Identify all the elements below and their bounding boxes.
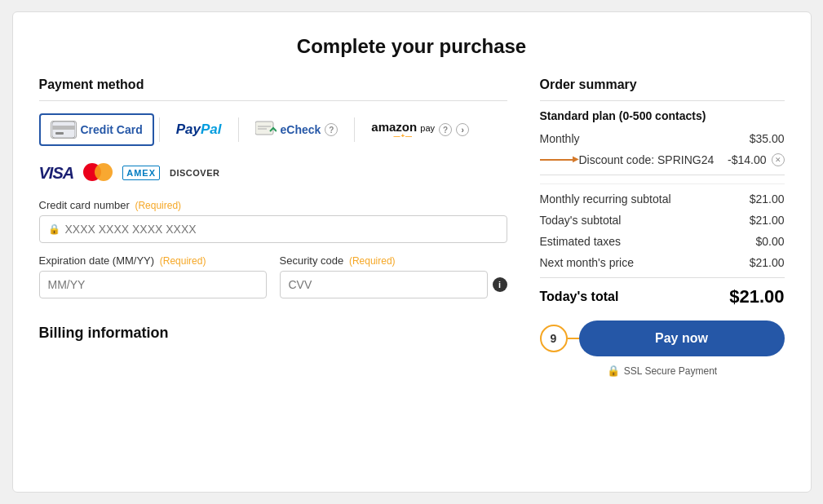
svg-rect-2 xyxy=(55,132,64,135)
svg-rect-1 xyxy=(52,126,75,130)
pm-separator-3 xyxy=(354,117,355,142)
card-number-label: Credit card number (Required) xyxy=(39,199,507,211)
page-title: Complete your purchase xyxy=(39,35,785,58)
ssl-lock-icon: 🔒 xyxy=(607,365,620,377)
discount-section: Discount code: SPRING24 -$14.00 ✕ xyxy=(540,153,785,166)
pm-separator-1 xyxy=(159,117,160,142)
order-divider-top xyxy=(540,100,785,101)
amazon-help-icon[interactable]: ? xyxy=(439,123,452,136)
todays-subtotal-row: Today's subtotal $21.00 xyxy=(540,214,785,227)
svg-rect-3 xyxy=(255,122,273,135)
discount-amount: -$14.00 xyxy=(728,153,766,166)
visa-logo: VISA xyxy=(39,164,74,183)
cvv-group: Security code (Required) i xyxy=(280,254,507,298)
todays-subtotal-label: Today's subtotal xyxy=(540,214,622,227)
arrow-indicator xyxy=(540,159,573,161)
expiry-label: Expiration date (MM/YY) (Required) xyxy=(39,254,267,267)
expiry-input-wrapper[interactable] xyxy=(39,271,267,298)
next-month-label: Next month's price xyxy=(540,256,635,269)
cvv-input[interactable] xyxy=(289,278,479,291)
estimated-taxes-row: Estimated taxes $0.00 xyxy=(540,235,785,248)
monthly-subtotal-section: Monthly recurring subtotal $21.00 Today'… xyxy=(540,183,785,269)
pm-paypal[interactable]: PayPal xyxy=(165,114,233,145)
paypal-label: PayPal xyxy=(176,122,222,138)
pm-credit-card[interactable]: Credit Card xyxy=(39,113,154,146)
remove-discount-button[interactable]: ✕ xyxy=(772,153,785,166)
discount-amount-group: -$14.00 ✕ xyxy=(728,153,784,166)
ssl-text: SSL Secure Payment xyxy=(624,365,717,377)
credit-card-icon xyxy=(51,121,77,139)
monthly-row: Monthly $35.00 xyxy=(540,132,785,145)
echeck-icon xyxy=(255,120,277,139)
monthly-label: Monthly xyxy=(540,132,580,145)
estimated-taxes-amount: $0.00 xyxy=(755,235,784,248)
billing-section-title: Billing information xyxy=(39,325,507,342)
today-total-row: Today's total $21.00 xyxy=(540,286,785,307)
credit-card-label: Credit Card xyxy=(81,123,143,136)
today-total-label: Today's total xyxy=(540,290,619,304)
amazon-pay-label: amazon pay ―+― xyxy=(371,121,435,139)
echeck-help-icon[interactable]: ? xyxy=(325,123,338,136)
monthly-subtotal-amount: $21.00 xyxy=(750,192,785,206)
ssl-row: 🔒 SSL Secure Payment xyxy=(540,365,785,377)
next-month-amount: $21.00 xyxy=(750,256,785,269)
expiry-input[interactable] xyxy=(48,278,258,291)
discount-label: Discount code: SPRING24 xyxy=(579,153,715,166)
main-layout: Payment method Credit Card xyxy=(39,77,785,377)
mastercard-logo xyxy=(83,163,113,183)
discount-row: Discount code: SPRING24 -$14.00 ✕ xyxy=(579,153,785,166)
card-number-input[interactable] xyxy=(65,223,498,236)
amex-logo: AMEX xyxy=(122,166,160,180)
cvv-row: i xyxy=(280,271,507,298)
plan-name: Standard plan (0-500 contacts) xyxy=(540,109,785,122)
pay-now-area: 9 Pay now xyxy=(540,321,785,356)
card-number-group: Credit card number (Required) 🔒 xyxy=(39,199,507,243)
step-connector xyxy=(568,338,579,339)
lock-icon: 🔒 xyxy=(48,223,60,235)
right-panel: Order summary Standard plan (0-500 conta… xyxy=(540,77,785,377)
arrow-line xyxy=(540,159,573,161)
next-month-row: Next month's price $21.00 xyxy=(540,256,785,269)
cvv-label: Security code (Required) xyxy=(280,254,507,267)
pm-echeck[interactable]: eCheck ? xyxy=(244,113,350,147)
echeck-label: eCheck xyxy=(281,123,321,136)
discount-divider xyxy=(540,175,785,175)
estimated-taxes-label: Estimated taxes xyxy=(540,235,622,248)
pay-now-button[interactable]: Pay now xyxy=(579,321,785,356)
cvv-input-wrapper[interactable] xyxy=(280,271,488,298)
discover-logo: DISCOVER xyxy=(170,168,219,178)
monthly-subtotal-row: Monthly recurring subtotal $21.00 xyxy=(540,192,785,206)
monthly-subtotal-label: Monthly recurring subtotal xyxy=(540,192,671,206)
step-badge: 9 xyxy=(540,325,568,352)
expiry-cvv-row: Expiration date (MM/YY) (Required) Secur… xyxy=(39,254,507,310)
amazon-arrow-icon[interactable]: › xyxy=(456,123,469,136)
payment-methods: Credit Card PayPal xyxy=(39,113,507,147)
today-total-amount: $21.00 xyxy=(729,286,784,307)
payment-divider xyxy=(39,100,507,101)
payment-section-title: Payment method xyxy=(39,77,507,92)
left-panel: Payment method Credit Card xyxy=(39,77,507,377)
main-card: Complete your purchase Payment method xyxy=(12,11,812,493)
order-summary-title: Order summary xyxy=(540,77,785,92)
total-divider xyxy=(540,277,785,278)
todays-subtotal-amount: $21.00 xyxy=(750,214,785,227)
expiry-group: Expiration date (MM/YY) (Required) xyxy=(39,254,267,298)
monthly-amount: $35.00 xyxy=(750,132,785,145)
pm-amazon[interactable]: amazon pay ―+― ? › xyxy=(360,113,480,147)
pm-separator-2 xyxy=(238,117,239,142)
card-logos: VISA AMEX DISCOVER xyxy=(39,163,507,183)
cvv-info-icon[interactable]: i xyxy=(493,277,507,292)
card-number-input-wrapper[interactable]: 🔒 xyxy=(39,215,507,243)
